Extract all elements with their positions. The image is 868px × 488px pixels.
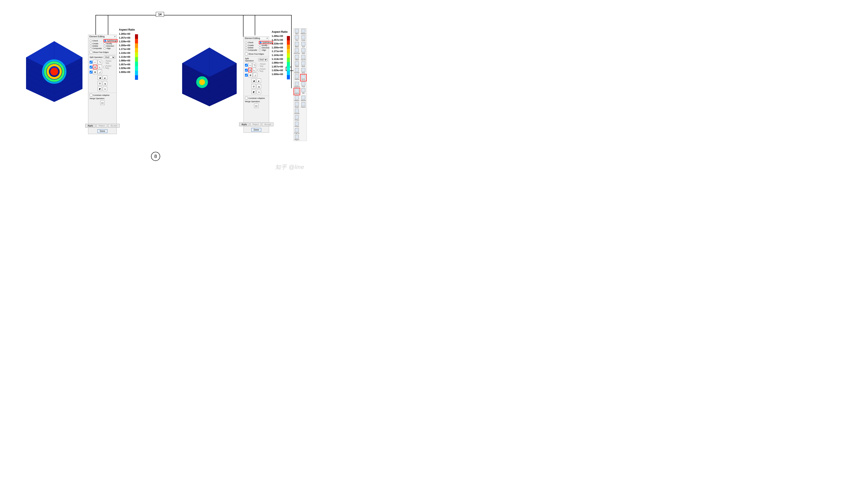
split-icon-6b[interactable]: ⧅ [103, 87, 107, 91]
tool-EleEdit[interactable]: EleEdit [293, 88, 300, 95]
radio-align[interactable]: Align [259, 49, 273, 51]
radio-modify[interactable]: Modify [259, 44, 273, 46]
tool-MS[interactable]: MS [300, 88, 307, 95]
tool-MTol[interactable]: MTol [300, 67, 307, 74]
radio-check[interactable]: Check [245, 41, 257, 44]
constrain-adaptive-checkbox[interactable]: Constrain Adaptive [244, 96, 269, 100]
reject-button[interactable]: Reject [96, 124, 107, 128]
accept-button[interactable]: Accept [262, 123, 273, 126]
split-icon-2a[interactable]: ⊞ [93, 65, 97, 69]
split-icon-4a[interactable]: ◪ [251, 78, 256, 83]
split-icon-6b[interactable]: ⧅ [257, 90, 261, 94]
split-row1-check[interactable] [245, 64, 248, 67]
tool-EdgFac[interactable]: EdgFac [293, 128, 300, 134]
show-free-edges-checkbox[interactable]: Show Free Edges [88, 50, 117, 54]
constrain-adaptive-checkbox[interactable]: Constrain Adaptive [88, 93, 117, 97]
tool-icon [295, 61, 299, 65]
tool-EleTol[interactable]: EleTol [300, 74, 307, 82]
radio-direction[interactable]: Direction [259, 46, 273, 49]
retain-bdy-2[interactable]: Retain Bdy [257, 68, 268, 72]
split-icon-6a[interactable]: ◩ [98, 87, 102, 91]
merge-icon[interactable]: ▯▯ [254, 104, 258, 108]
split-row2-check[interactable] [90, 66, 92, 69]
radio-create[interactable]: Create [245, 44, 257, 46]
split-row1-check[interactable] [90, 61, 92, 64]
tool-DelEle[interactable]: DelEle [293, 74, 300, 82]
tool-icon [295, 82, 299, 86]
split-icon-1b[interactable]: ◹ [98, 60, 102, 64]
tool-PtTrav[interactable]: PtTrav [293, 121, 300, 128]
split-icon-3b[interactable]: ◿ [253, 73, 257, 77]
split-icon-1a[interactable]: ▭ [248, 63, 252, 67]
split-icon-3b[interactable]: ◿ [98, 70, 102, 74]
split-icon-3a[interactable]: ⊠ [93, 70, 97, 74]
tool-Curve[interactable]: Curve [300, 35, 307, 41]
close-icon[interactable]: × [267, 37, 268, 39]
retain-bdy-1[interactable]: Retain Bdy [103, 60, 115, 64]
merge-icon[interactable]: ▯▯ [100, 101, 104, 105]
tool-Surf[interactable]: Surf [300, 41, 307, 48]
tool-Region[interactable]: Region [293, 134, 300, 141]
tool-Solid[interactable]: Solid [300, 48, 307, 55]
reject-button[interactable]: Reject [250, 123, 261, 126]
panel-title: Element Editing [245, 37, 260, 39]
split-icon-5b[interactable]: ◮ [103, 81, 107, 86]
split-op-select[interactable]: Shell [104, 56, 115, 59]
radio-splitmerge[interactable]: Split/Merge [103, 39, 118, 42]
retain-bdy-2[interactable]: Retain Bdy [103, 65, 115, 69]
split-row2-check[interactable] [245, 69, 248, 72]
split-row3-check[interactable] [245, 74, 248, 76]
tool-MdChk[interactable]: MdChk [300, 95, 307, 102]
tool-Offset[interactable]: Offset [293, 55, 300, 61]
radio-composite[interactable]: Composite [90, 47, 102, 50]
split-icon-6a[interactable]: ◩ [251, 90, 256, 94]
accept-button[interactable]: Accept [108, 124, 120, 128]
radio-composite[interactable]: Composite [245, 49, 257, 51]
tool-Favor1[interactable]: Favor1 [300, 102, 307, 108]
show-free-edges-checkbox[interactable]: Show Free Edges [244, 52, 269, 56]
tool-Post[interactable]: Post [300, 82, 307, 88]
radio-delete[interactable]: Delete [245, 46, 257, 49]
apply-button[interactable]: Apply [239, 123, 249, 126]
tool-Morph[interactable]: Morph [293, 102, 300, 108]
split-icon-4b[interactable]: ◭ [103, 75, 107, 80]
tool-Blank[interactable]: Blank [293, 41, 300, 48]
radio-check[interactable]: Check [90, 39, 102, 42]
tool-Ident[interactable]: Ident [293, 28, 300, 35]
radio-delete[interactable]: Delete [90, 45, 102, 47]
split-icon-2b[interactable]: ◺ [252, 68, 256, 72]
tool-Mesh[interactable]: Mesh [300, 61, 307, 67]
tool-MovCop[interactable]: MovCop [293, 48, 300, 55]
retain-bdy-1[interactable]: Retain Bdy [257, 63, 268, 67]
split-icon-1a[interactable]: ▭ [93, 60, 97, 64]
tool-Measur[interactable]: Measur [293, 95, 300, 102]
radio-direction[interactable]: Direction [103, 45, 118, 47]
radio-splitmerge[interactable]: Split/Merge [259, 41, 273, 44]
split-icon-4a[interactable]: ◪ [98, 75, 102, 80]
done-button[interactable]: Done [97, 129, 107, 133]
split-icon-1b[interactable]: ◹ [252, 63, 256, 67]
split-icon-3a[interactable]: ⊠ [248, 73, 253, 77]
tool-Find[interactable]: Find [293, 35, 300, 41]
done-button[interactable]: Done [251, 128, 261, 132]
tool-GeoTol[interactable]: GeoTol [300, 55, 307, 61]
tool-RefGeo[interactable]: RefGeo [300, 28, 307, 35]
tool-PtTrim[interactable]: PtTrim [293, 115, 300, 121]
split-icon-5b[interactable]: ◮ [257, 84, 261, 89]
radio-create[interactable]: Create [90, 42, 102, 45]
tool-Normal[interactable]: Normal [293, 67, 300, 74]
split-icon-2b[interactable]: ◺ [98, 65, 102, 69]
split-icon-5a[interactable]: ⊟ [98, 81, 102, 86]
split-icon-4b[interactable]: ◭ [257, 78, 261, 83]
split-op-select[interactable]: Shell [258, 58, 268, 61]
radio-align[interactable]: Align [103, 47, 118, 50]
tool-Smooth[interactable]: Smooth [293, 108, 300, 115]
split-icon-5a[interactable]: ⊟ [251, 84, 256, 89]
apply-button[interactable]: Apply [85, 124, 95, 128]
split-icon-2a[interactable]: ⊞ [248, 68, 252, 72]
split-row3-check[interactable] [90, 71, 92, 73]
radio-modify[interactable]: Modify [103, 42, 118, 45]
tool-DupNod[interactable]: DupNod [293, 82, 300, 88]
close-icon[interactable]: × [114, 35, 116, 38]
tool-Transf[interactable]: Transf [293, 61, 300, 67]
